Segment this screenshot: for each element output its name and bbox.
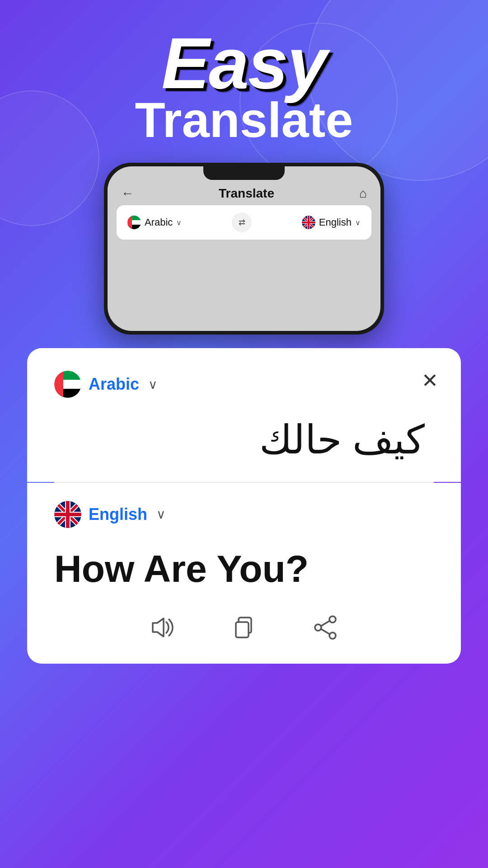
svg-rect-9 xyxy=(127,216,132,229)
phone-mockup: ← Translate ⌂ xyxy=(104,163,384,335)
svg-rect-34 xyxy=(54,513,81,516)
translated-text: How Are You? xyxy=(54,546,434,592)
phone-swap-button[interactable]: ⇄ xyxy=(232,212,252,232)
source-lang-name[interactable]: Arabic xyxy=(89,375,139,394)
source-card: Arabic ∨ ✕ كيف حالك xyxy=(27,348,461,482)
translation-card: English ∨ How Are You? xyxy=(27,483,461,664)
target-lang-name[interactable]: English xyxy=(89,505,147,524)
phone-source-lang-label: Arabic xyxy=(145,217,173,228)
uk-flag-icon xyxy=(54,501,81,528)
phone-back-icon[interactable]: ← xyxy=(121,186,134,201)
source-lang-header: Arabic ∨ xyxy=(54,371,434,398)
sound-button[interactable] xyxy=(149,614,176,641)
phone-uk-flag-icon xyxy=(302,216,315,229)
title-easy: Easy xyxy=(135,27,353,99)
phone-notch xyxy=(203,166,285,180)
phone-home-icon[interactable]: ⌂ xyxy=(359,186,367,201)
title-translate: Translate xyxy=(135,95,353,145)
phone-target-lang-label: English xyxy=(319,217,352,228)
arabic-input-text[interactable]: كيف حالك xyxy=(54,416,434,464)
page-container: Easy Translate ← Translate ⌂ xyxy=(0,0,488,868)
svg-point-37 xyxy=(329,616,336,623)
close-button[interactable]: ✕ xyxy=(422,371,438,391)
phone-uae-flag-icon xyxy=(127,216,141,229)
phone-target-lang[interactable]: English ∨ xyxy=(302,216,361,229)
target-lang-chevron[interactable]: ∨ xyxy=(156,507,166,522)
phone-target-chevron: ∨ xyxy=(355,218,361,227)
share-button[interactable] xyxy=(312,614,339,641)
source-lang-chevron[interactable]: ∨ xyxy=(148,377,158,392)
cards-container: Arabic ∨ ✕ كيف حالك xyxy=(27,348,461,664)
target-lang-header: English ∨ xyxy=(54,501,434,528)
copy-button[interactable] xyxy=(230,614,258,641)
svg-point-38 xyxy=(315,624,321,631)
svg-rect-24 xyxy=(54,371,63,398)
phone-source-lang[interactable]: Arabic ∨ xyxy=(127,216,182,229)
svg-line-41 xyxy=(321,629,330,634)
app-title: Easy Translate xyxy=(135,27,353,145)
svg-rect-19 xyxy=(302,222,315,223)
phone-source-chevron: ∨ xyxy=(176,218,182,227)
phone-header-title: Translate xyxy=(219,186,274,201)
phone-header: ← Translate ⌂ xyxy=(108,180,380,205)
svg-point-39 xyxy=(329,632,336,639)
uae-flag-icon xyxy=(54,371,81,398)
phone-lang-bar: Arabic ∨ ⇄ xyxy=(117,205,371,240)
phone-screen: ← Translate ⌂ xyxy=(108,166,380,331)
action-bar xyxy=(54,609,434,641)
svg-line-40 xyxy=(321,621,330,626)
svg-rect-36 xyxy=(236,622,249,637)
